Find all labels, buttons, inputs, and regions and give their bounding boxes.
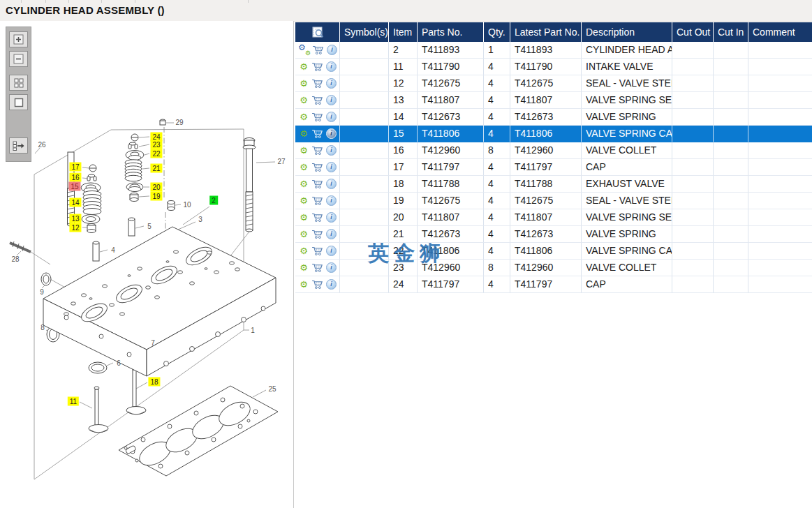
- cell-cut_in[interactable]: [713, 243, 748, 260]
- cell-parts_no[interactable]: T411807: [417, 209, 483, 226]
- cell-parts_no[interactable]: T412960: [417, 142, 483, 159]
- cell-desc[interactable]: EXHAUST VALVE: [581, 176, 672, 193]
- cell-latest[interactable]: T412675: [510, 75, 581, 92]
- cell-item[interactable]: 19: [388, 193, 417, 209]
- cart-icon[interactable]: [311, 179, 323, 189]
- cell-item[interactable]: 11: [388, 59, 417, 75]
- cell-parts_no[interactable]: T411788: [417, 176, 483, 193]
- gear-icon[interactable]: ⚙: [299, 129, 309, 138]
- multi-pane-button[interactable]: [9, 75, 28, 91]
- cart-icon[interactable]: [311, 229, 323, 239]
- cell-latest[interactable]: T411797: [510, 276, 581, 293]
- cart-icon[interactable]: [311, 78, 323, 89]
- table-row-item-13[interactable]: ⚙ i13T4118074T411807VALVE SPRING SEAT: [295, 92, 812, 109]
- info-icon[interactable]: i: [327, 45, 337, 55]
- zoom-in-button[interactable]: [9, 31, 28, 47]
- cell-parts_no[interactable]: T411797: [417, 276, 483, 293]
- callout-20[interactable]: 20: [150, 183, 162, 192]
- catalog-search-icon[interactable]: [310, 27, 325, 38]
- cell-desc[interactable]: VALVE COLLET: [581, 260, 672, 276]
- info-icon[interactable]: i: [326, 78, 337, 89]
- callout-21[interactable]: 21: [150, 164, 162, 173]
- cell-symbols[interactable]: [339, 159, 388, 176]
- cell-comment[interactable]: [748, 59, 812, 75]
- info-icon[interactable]: i: [326, 95, 337, 105]
- gear-icon[interactable]: ⚙: [299, 196, 309, 205]
- table-row-item-18[interactable]: ⚙ i18T4117884T411788EXHAUST VALVE: [295, 176, 812, 193]
- cell-latest[interactable]: T411806: [510, 126, 581, 142]
- cell-cut_in[interactable]: [713, 176, 748, 193]
- gear-icon[interactable]: ⚙: [299, 112, 309, 121]
- cell-desc[interactable]: VALVE SPRING: [581, 226, 672, 243]
- callout-12[interactable]: 12: [69, 223, 81, 232]
- column-header-item[interactable]: Item: [388, 22, 417, 42]
- cell-item[interactable]: 15: [388, 126, 417, 142]
- cell-desc[interactable]: CYLINDER HEAD ASSEMBLY: [581, 42, 672, 59]
- cell-cut_in[interactable]: [713, 276, 748, 293]
- cell-qty[interactable]: 4: [483, 276, 510, 293]
- callout-11[interactable]: 11: [68, 397, 79, 406]
- cell-cut_in[interactable]: [713, 126, 748, 142]
- cell-cut_out[interactable]: [672, 159, 713, 176]
- info-icon[interactable]: i: [326, 61, 337, 72]
- cell-cut_in[interactable]: [713, 42, 748, 59]
- cell-cut_out[interactable]: [672, 59, 713, 75]
- cell-desc[interactable]: VALVE SPRING CAP: [581, 243, 672, 260]
- cell-cut_in[interactable]: [713, 193, 748, 209]
- cell-cut_in[interactable]: [713, 209, 748, 226]
- cell-symbols[interactable]: [339, 276, 388, 293]
- cell-symbols[interactable]: [339, 75, 388, 92]
- cart-icon[interactable]: [311, 212, 323, 223]
- gear-icon[interactable]: ⚙: [299, 230, 309, 239]
- cell-qty[interactable]: 8: [483, 260, 510, 276]
- cell-item[interactable]: 18: [388, 176, 417, 193]
- cell-latest[interactable]: T412960: [510, 260, 581, 276]
- cell-qty[interactable]: 4: [483, 159, 510, 176]
- cell-item[interactable]: 16: [388, 142, 417, 159]
- cart-icon[interactable]: [311, 145, 323, 156]
- callout-16[interactable]: 16: [69, 173, 81, 182]
- cell-cut_in[interactable]: [713, 260, 748, 276]
- cart-icon[interactable]: [311, 162, 323, 172]
- cell-cut_out[interactable]: [672, 92, 713, 109]
- cart-icon[interactable]: [311, 279, 323, 290]
- cell-parts_no[interactable]: T412675: [417, 75, 483, 92]
- cell-desc[interactable]: INTAKE VALVE: [581, 59, 672, 75]
- cell-comment[interactable]: [748, 209, 812, 226]
- cell-qty[interactable]: 4: [483, 226, 510, 243]
- column-header-icons[interactable]: [295, 22, 339, 42]
- callout-14[interactable]: 14: [69, 198, 81, 207]
- cell-parts_no[interactable]: T411797: [417, 159, 483, 176]
- cell-cut_in[interactable]: [713, 159, 748, 176]
- column-header-cut_in[interactable]: Cut In: [713, 22, 748, 42]
- gear-icon[interactable]: ⚙: [299, 213, 309, 222]
- cell-cut_out[interactable]: [672, 75, 713, 92]
- table-row-item-2[interactable]: ⚙⚙ i2T4118931T411893CYLINDER HEAD ASSEMB…: [295, 42, 812, 59]
- cell-latest[interactable]: T412960: [510, 142, 581, 159]
- cell-parts_no[interactable]: T412673: [417, 109, 483, 126]
- table-row-item-24[interactable]: ⚙ i24T4117974T411797CAP: [295, 276, 812, 293]
- cell-desc[interactable]: VALVE COLLET: [581, 142, 672, 159]
- cell-desc[interactable]: CAP: [581, 276, 672, 293]
- cell-cut_out[interactable]: [672, 209, 713, 226]
- cell-desc[interactable]: VALVE SPRING CAP: [581, 126, 672, 142]
- cell-symbols[interactable]: [339, 109, 388, 126]
- info-icon[interactable]: i: [326, 112, 337, 122]
- cell-item[interactable]: 14: [388, 109, 417, 126]
- info-icon[interactable]: i: [326, 212, 337, 223]
- cell-cut_out[interactable]: [672, 243, 713, 260]
- cell-cut_in[interactable]: [713, 75, 748, 92]
- cell-comment[interactable]: [748, 176, 812, 193]
- callout-13[interactable]: 13: [69, 214, 81, 223]
- cell-parts_no[interactable]: T411807: [417, 92, 483, 109]
- cell-item[interactable]: 2: [388, 42, 417, 59]
- cell-symbols[interactable]: [339, 176, 388, 193]
- cell-qty[interactable]: 4: [483, 59, 510, 75]
- callout-2[interactable]: 2: [209, 196, 218, 205]
- cell-item[interactable]: 20: [388, 209, 417, 226]
- cart-icon[interactable]: [311, 246, 323, 256]
- cell-qty[interactable]: 4: [483, 109, 510, 126]
- info-icon[interactable]: i: [326, 128, 337, 139]
- cell-item[interactable]: 17: [388, 159, 417, 176]
- gear-icon[interactable]: ⚙: [299, 146, 309, 155]
